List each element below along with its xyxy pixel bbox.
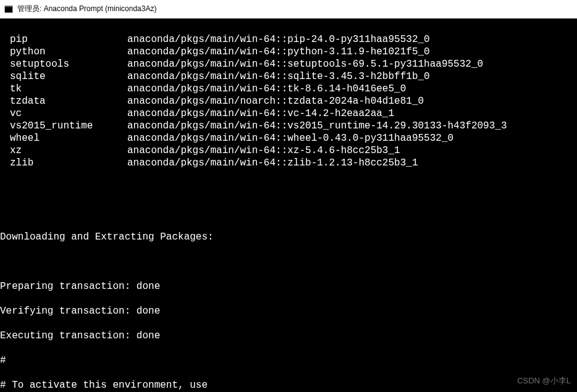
package-spec: anaconda/pkgs/main/win-64::tk-8.6.14-h04… (127, 83, 406, 94)
package-name: wheel (10, 132, 127, 144)
terminal-icon (4, 4, 14, 14)
package-spec: anaconda/pkgs/main/win-64::pip-24.0-py31… (127, 34, 430, 45)
package-row: tzdataanaconda/pkgs/main/noarch::tzdata-… (0, 95, 577, 107)
download-extract-line: Downloading and Extracting Packages: (0, 231, 577, 243)
verifying-line: Verifying transaction: done (0, 305, 577, 317)
package-row: setuptoolsanaconda/pkgs/main/win-64::set… (0, 58, 577, 70)
package-spec: anaconda/pkgs/main/win-64::wheel-0.43.0-… (127, 133, 453, 144)
package-name: sqlite (10, 70, 127, 83)
package-row: pipanaconda/pkgs/main/win-64::pip-24.0-p… (0, 33, 577, 46)
executing-line: Executing transaction: done (0, 330, 577, 342)
package-row: vs2015_runtimeanaconda/pkgs/main/win-64:… (0, 120, 577, 132)
package-spec: anaconda/pkgs/main/win-64::setuptools-69… (127, 59, 483, 70)
package-name: zlib (10, 157, 127, 169)
package-row: zlibanaconda/pkgs/main/win-64::zlib-1.2.… (0, 157, 577, 169)
package-spec: anaconda/pkgs/main/win-64::xz-5.4.6-h8cc… (127, 145, 400, 156)
package-name: setuptools (10, 58, 127, 70)
package-spec: anaconda/pkgs/main/win-64::vs2015_runtim… (127, 120, 507, 131)
package-name: vc (10, 107, 127, 120)
watermark: CSDN @小李L (517, 375, 571, 387)
terminal-output[interactable]: pipanaconda/pkgs/main/win-64::pip-24.0-p… (0, 19, 577, 392)
package-row: tkanaconda/pkgs/main/win-64::tk-8.6.14-h… (0, 83, 577, 95)
package-row: wheelanaconda/pkgs/main/win-64::wheel-0.… (0, 132, 577, 144)
package-spec: anaconda/pkgs/main/win-64::zlib-1.2.13-h… (127, 157, 418, 169)
package-spec: anaconda/pkgs/main/win-64::python-3.11.9… (127, 46, 430, 57)
preparing-line: Preparing transaction: done (0, 280, 577, 293)
package-name: xz (10, 144, 127, 157)
package-spec: anaconda/pkgs/main/noarch::tzdata-2024a-… (127, 96, 424, 107)
window-titlebar: 管理员: Anaconda Prompt (miniconda3Az) (0, 0, 577, 19)
package-row: sqliteanaconda/pkgs/main/win-64::sqlite-… (0, 70, 577, 83)
hash-line: # (0, 354, 577, 367)
package-spec: anaconda/pkgs/main/win-64::sqlite-3.45.3… (127, 71, 430, 82)
svg-rect-1 (5, 6, 12, 7)
package-row: xzanaconda/pkgs/main/win-64::xz-5.4.6-h8… (0, 144, 577, 157)
package-name: tzdata (10, 95, 127, 107)
package-spec: anaconda/pkgs/main/win-64::vc-14.2-h2eaa… (127, 108, 394, 119)
package-name: python (10, 46, 127, 58)
package-name: vs2015_runtime (10, 120, 127, 132)
package-row: pythonanaconda/pkgs/main/win-64::python-… (0, 46, 577, 58)
package-name: pip (10, 33, 127, 46)
activate-instruction: # To activate this environment, use (0, 379, 577, 391)
package-name: tk (10, 83, 127, 95)
package-row: vcanaconda/pkgs/main/win-64::vc-14.2-h2e… (0, 107, 577, 120)
window-title: 管理员: Anaconda Prompt (miniconda3Az) (17, 4, 156, 14)
